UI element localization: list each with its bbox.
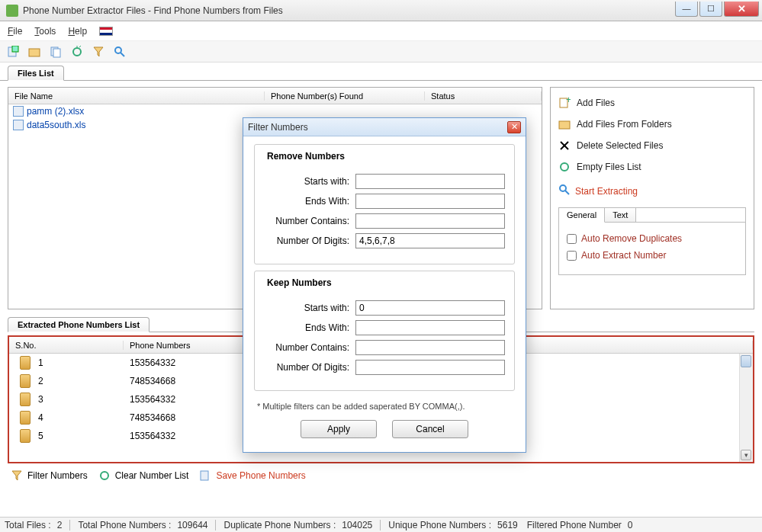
toolbar-filter-icon[interactable] <box>92 45 105 59</box>
delete-selected-files-button[interactable]: Delete Selected Files <box>558 135 746 156</box>
input-remove-digits[interactable] <box>355 233 505 248</box>
clear-number-list-button[interactable]: Clear Number List <box>98 470 189 482</box>
add-files-from-folders-button[interactable]: Add Files From Folders <box>558 114 746 135</box>
svg-text:+: + <box>566 97 571 105</box>
delete-icon <box>558 139 571 152</box>
cancel-button[interactable]: Cancel <box>392 420 468 438</box>
status-dup: 104025 <box>342 520 372 530</box>
toolbar-add-file-icon[interactable] <box>6 45 20 59</box>
status-total-files: 2 <box>57 520 63 530</box>
menu-file[interactable]: File <box>8 26 22 37</box>
status-dup-label: Duplicate Phone Numbers : <box>223 520 336 530</box>
svg-point-13 <box>561 163 568 171</box>
toolbar-add-folder-icon[interactable] <box>27 45 41 59</box>
toolbar-copy-icon[interactable] <box>49 45 63 59</box>
scrollbar-down-icon[interactable]: ▾ <box>741 450 751 460</box>
file-name: data5south.xls <box>27 120 85 130</box>
add-files-button[interactable]: + Add Files <box>558 92 746 114</box>
minimize-button[interactable]: — <box>675 2 698 17</box>
opt-auto-extract-number[interactable]: Auto Extract Number <box>567 247 738 264</box>
app-icon <box>6 5 18 17</box>
status-filtered-label: Filtered Phone Number <box>527 520 622 530</box>
col-found[interactable]: Phone Number(s) Found <box>265 91 425 101</box>
main-tabstrip: Files List <box>0 62 762 81</box>
toolbar <box>0 41 762 62</box>
input-keep-starts[interactable] <box>355 300 505 316</box>
file-name: pamm (2).xlsx <box>27 106 84 117</box>
refresh-icon <box>558 161 571 173</box>
dialog-title: Filter Numbers <box>248 122 507 133</box>
menubar: File Tools Help <box>0 21 762 41</box>
status-total-files-label: Total Files : <box>5 520 51 530</box>
phone-icon <box>20 411 31 425</box>
input-keep-ends[interactable] <box>355 320 505 335</box>
phone-icon <box>20 356 31 370</box>
maximize-button[interactable]: ☐ <box>699 2 722 17</box>
toolbar-search-icon[interactable] <box>113 45 127 59</box>
apply-button[interactable]: Apply <box>301 420 377 438</box>
files-column-header: File Name Phone Number(s) Found Status <box>8 88 542 104</box>
window-title: Phone Number Extractor Files - Find Phon… <box>23 5 674 16</box>
svg-rect-10 <box>559 121 570 129</box>
toolbar-clear-icon[interactable] <box>70 45 84 59</box>
status-total-phone-label: Total Phone Numbers : <box>78 520 171 530</box>
bottom-actions: Filter Numbers Clear Number List Save Ph… <box>0 463 762 485</box>
label-remove-contains: Number Contains: <box>264 216 355 226</box>
filter-icon <box>11 470 23 482</box>
menu-help[interactable]: Help <box>68 26 87 37</box>
menu-tools[interactable]: Tools <box>34 26 56 37</box>
status-filtered: 0 <box>628 520 633 530</box>
input-keep-contains[interactable] <box>355 340 505 355</box>
svg-line-7 <box>121 53 124 56</box>
svg-point-6 <box>115 47 121 53</box>
excel-file-icon <box>13 106 24 117</box>
dialog-titlebar[interactable]: Filter Numbers ✕ <box>243 118 526 136</box>
input-keep-digits[interactable] <box>355 360 505 375</box>
input-remove-starts[interactable] <box>355 174 505 189</box>
remove-numbers-group: Remove Numbers Starts with: Ends With: N… <box>254 144 515 264</box>
status-unique-label: Unique Phone Numbers : <box>388 520 491 530</box>
input-remove-contains[interactable] <box>355 213 505 229</box>
label-remove-ends: Ends With: <box>264 196 355 207</box>
scrollbar-thumb[interactable] <box>741 355 751 367</box>
col-sno[interactable]: S.No. <box>9 341 124 350</box>
label-remove-digits: Number Of Digits: <box>264 236 355 246</box>
keep-numbers-title: Keep Numbers <box>264 277 335 288</box>
label-keep-digits: Number Of Digits: <box>264 362 355 373</box>
titlebar: Phone Number Extractor Files - Find Phon… <box>0 0 762 21</box>
svg-rect-1 <box>12 46 18 52</box>
checkbox-auto-extract-number[interactable] <box>567 251 577 261</box>
svg-rect-17 <box>201 471 208 480</box>
svg-point-5 <box>73 48 81 56</box>
close-button[interactable]: ✕ <box>724 2 759 17</box>
opt-auto-remove-duplicates[interactable]: Auto Remove Duplicates <box>567 230 738 247</box>
status-unique: 5619 <box>497 520 518 530</box>
file-row[interactable]: pamm (2).xlsx <box>8 104 542 118</box>
col-filename[interactable]: File Name <box>8 91 265 101</box>
add-file-icon: + <box>558 97 571 109</box>
excel-file-icon <box>13 120 24 130</box>
language-flag-icon[interactable] <box>99 27 113 36</box>
col-status[interactable]: Status <box>425 91 542 101</box>
input-remove-ends[interactable] <box>355 194 505 209</box>
scrollbar-track[interactable] <box>739 354 753 462</box>
phone-icon <box>20 393 31 406</box>
tab-general[interactable]: General <box>559 208 605 223</box>
tab-text[interactable]: Text <box>605 208 636 222</box>
keep-numbers-group: Keep Numbers Starts with: Ends With: Num… <box>254 271 515 391</box>
phone-icon <box>20 429 31 443</box>
status-total-phone: 109644 <box>177 520 207 530</box>
save-phone-numbers-button[interactable]: Save Phone Numbers <box>199 470 305 482</box>
checkbox-auto-remove-duplicates[interactable] <box>567 234 577 244</box>
filter-numbers-button[interactable]: Filter Numbers <box>11 470 88 482</box>
search-icon <box>558 184 571 198</box>
filter-note: * Multiple filters can be added saperate… <box>254 397 515 420</box>
svg-point-14 <box>560 185 566 191</box>
empty-files-list-button[interactable]: Empty Files List <box>558 156 746 178</box>
dialog-close-button[interactable]: ✕ <box>507 121 521 133</box>
tab-extracted-list[interactable]: Extracted Phone Numbers List <box>8 317 150 332</box>
start-extracting-button[interactable]: Start Extracting <box>558 178 746 204</box>
tab-files-list[interactable]: Files List <box>8 66 64 81</box>
label-keep-contains: Number Contains: <box>264 342 355 353</box>
window-controls: — ☐ ✕ <box>674 2 759 17</box>
